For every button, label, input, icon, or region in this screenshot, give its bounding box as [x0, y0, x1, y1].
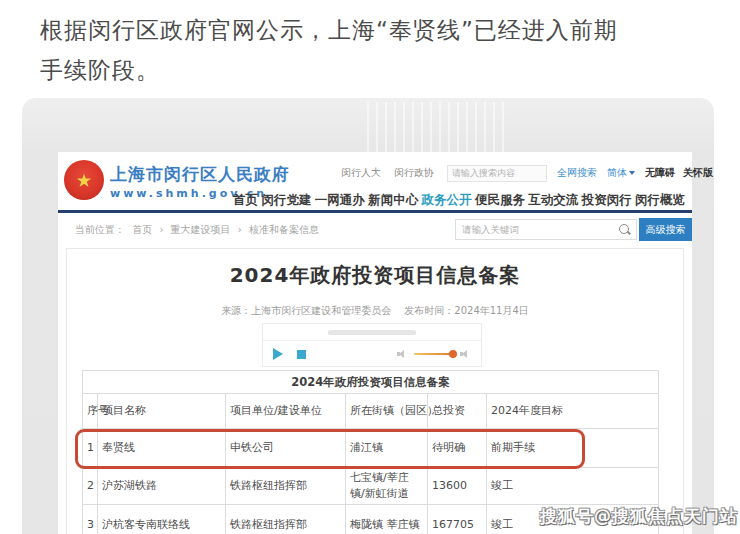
- national-emblem-icon: ★: [64, 160, 104, 200]
- stop-icon[interactable]: [297, 350, 306, 359]
- player-caption: [263, 324, 481, 341]
- watermark: 搜狐号@搜狐焦点天门站: [540, 505, 738, 528]
- embedded-screenshot: ★ 上海市闵行区人民政府 www.shmh.gov.cn 闵行人大 闵行政协 全…: [22, 98, 714, 534]
- player-controls: [263, 341, 481, 367]
- breadcrumb-label: 当前位置：: [75, 224, 125, 235]
- nav-divider: [58, 210, 692, 213]
- nav-one-portal[interactable]: 一网通办: [315, 192, 365, 209]
- breadcrumb-separator: ›: [238, 224, 242, 235]
- intro-paragraph: 根据闵行区政府官网公示，上海“奉贤线”已经进入前期 手续阶段。: [40, 10, 710, 90]
- accessibility-link[interactable]: 无障碍: [645, 166, 675, 180]
- breadcrumb-major-projects[interactable]: 重大建设项目: [171, 224, 231, 235]
- chevron-down-icon: [629, 171, 635, 175]
- nav-gov-disclosure[interactable]: 政务公开: [422, 192, 472, 209]
- nav-services[interactable]: 便民服务: [475, 192, 525, 209]
- table-caption-row: 2024年政府投资项目信息备案: [83, 371, 659, 394]
- keyword-search-box: [455, 219, 637, 240]
- nav-invest[interactable]: 投资闵行: [582, 192, 632, 209]
- intro-line-2: 手续阶段。: [40, 57, 160, 83]
- volume-slider[interactable]: [414, 353, 454, 355]
- main-nav: 首页 闵行党建 一网通办 新闻中心 政务公开 便民服务 互动交流 投资闵行 闵行…: [233, 190, 685, 210]
- language-dropdown[interactable]: 简体: [607, 166, 635, 180]
- article-publish-time: 发布时间：2024年11月4日: [404, 305, 529, 316]
- utility-bar: 闵行人大 闵行政协 全网搜索 简体 无障碍 关怀版: [341, 164, 689, 182]
- care-mode-link[interactable]: 关怀版: [683, 166, 713, 180]
- nav-overview[interactable]: 闵行概览: [635, 192, 685, 209]
- col-header-unit: 项目单位/建设单位: [226, 394, 346, 429]
- global-search-link[interactable]: 全网搜索: [557, 166, 597, 180]
- table-caption: 2024年政府投资项目信息备案: [83, 371, 659, 394]
- page: 根据闵行区政府官网公示，上海“奉贤线”已经进入前期 手续阶段。 ★ 上海市闵行区…: [0, 0, 740, 534]
- volume-up-icon[interactable]: [460, 349, 471, 359]
- nav-news[interactable]: 新闻中心: [368, 192, 418, 209]
- site-search-input[interactable]: [447, 165, 547, 182]
- play-icon[interactable]: [273, 348, 283, 360]
- volume-slider-knob[interactable]: [449, 350, 457, 358]
- table-header-row: 序号 项目名称 项目单位/建设单位 所在街镇（园区） 总投资 2024年度目标: [83, 394, 659, 429]
- player-caption-blur: [328, 330, 416, 335]
- col-header-index: 序号: [83, 394, 98, 429]
- table-row: 2 沪苏湖铁路 铁路枢纽指挥部 七宝镇/莘庄镇/新虹街道 13600 竣工: [83, 468, 659, 505]
- gov-site-panel: ★ 上海市闵行区人民政府 www.shmh.gov.cn 闵行人大 闵行政协 全…: [58, 152, 692, 534]
- volume-down-icon[interactable]: [397, 349, 408, 359]
- nav-party[interactable]: 闵行党建: [261, 192, 311, 209]
- search-icon[interactable]: [618, 223, 632, 237]
- breadcrumb-filing-info[interactable]: 核准和备案信息: [249, 224, 319, 235]
- breadcrumb-separator: ›: [159, 224, 163, 235]
- article-title: 2024年政府投资项目信息备案: [58, 262, 692, 289]
- breadcrumb: 当前位置： 首页 › 重大建设项目 › 核准和备案信息: [75, 223, 323, 237]
- link-renda[interactable]: 闵行人大: [341, 166, 381, 180]
- article-meta: 来源：上海市闵行区建设和管理委员会 发布时间：2024年11月4日: [58, 304, 692, 318]
- nav-home[interactable]: 首页: [233, 192, 258, 209]
- link-zhengxie[interactable]: 闵行政协: [394, 166, 434, 180]
- col-header-town: 所在街镇（园区）: [346, 394, 428, 429]
- nav-interaction[interactable]: 互动交流: [528, 192, 578, 209]
- table-row: 1 奉贤线 申铁公司 浦江镇 待明确 前期手续: [83, 429, 659, 468]
- article-source: 来源：上海市闵行区建设和管理委员会: [221, 305, 391, 316]
- col-header-goal: 2024年度目标: [487, 394, 659, 429]
- col-header-project: 项目名称: [98, 394, 226, 429]
- col-header-investment: 总投资: [428, 394, 487, 429]
- advanced-search-button[interactable]: 高级搜索: [639, 218, 692, 241]
- audio-player: [262, 323, 482, 367]
- keyword-search-input[interactable]: [456, 224, 618, 235]
- site-title: 上海市闵行区人民政府: [110, 163, 290, 186]
- intro-line-1: 根据闵行区政府官网公示，上海“奉贤线”已经进入前期: [40, 17, 618, 43]
- breadcrumb-home[interactable]: 首页: [132, 224, 152, 235]
- volume-group: [397, 349, 471, 359]
